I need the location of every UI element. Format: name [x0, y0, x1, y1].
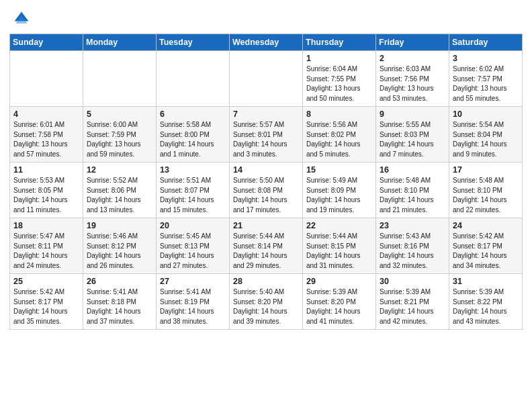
day-cell: 30Sunrise: 5:39 AM Sunset: 8:21 PM Dayli… [376, 274, 449, 330]
day-info: Sunrise: 5:57 AM Sunset: 8:01 PM Dayligh… [233, 120, 300, 159]
day-info: Sunrise: 5:42 AM Sunset: 8:17 PM Dayligh… [453, 232, 519, 271]
day-info: Sunrise: 5:48 AM Sunset: 8:10 PM Dayligh… [453, 176, 519, 215]
col-header-friday: Friday [376, 34, 449, 51]
day-number: 7 [233, 109, 300, 119]
day-cell [10, 51, 83, 107]
day-number: 11 [13, 165, 80, 175]
day-info: Sunrise: 5:39 AM Sunset: 8:22 PM Dayligh… [453, 287, 519, 326]
day-cell: 8Sunrise: 5:56 AM Sunset: 8:02 PM Daylig… [303, 107, 376, 163]
week-row-4: 18Sunrise: 5:47 AM Sunset: 8:11 PM Dayli… [10, 218, 523, 274]
day-info: Sunrise: 5:55 AM Sunset: 8:03 PM Dayligh… [380, 120, 446, 159]
day-number: 15 [306, 165, 373, 175]
day-cell: 4Sunrise: 6:01 AM Sunset: 7:58 PM Daylig… [10, 107, 83, 163]
day-cell: 10Sunrise: 5:54 AM Sunset: 8:04 PM Dayli… [449, 107, 523, 163]
day-number: 25 [13, 277, 80, 286]
day-cell: 11Sunrise: 5:53 AM Sunset: 8:05 PM Dayli… [10, 163, 83, 218]
day-info: Sunrise: 5:41 AM Sunset: 8:18 PM Dayligh… [87, 287, 153, 326]
day-number: 29 [306, 277, 373, 286]
day-info: Sunrise: 5:49 AM Sunset: 8:09 PM Dayligh… [306, 176, 373, 215]
day-cell: 12Sunrise: 5:52 AM Sunset: 8:06 PM Dayli… [83, 163, 157, 218]
day-number: 23 [380, 221, 446, 230]
day-info: Sunrise: 5:52 AM Sunset: 8:06 PM Dayligh… [87, 176, 153, 215]
day-cell: 25Sunrise: 5:42 AM Sunset: 8:17 PM Dayli… [10, 274, 83, 330]
day-number: 21 [233, 221, 300, 230]
col-header-monday: Monday [83, 34, 157, 51]
day-info: Sunrise: 5:50 AM Sunset: 8:08 PM Dayligh… [233, 176, 300, 215]
day-cell [230, 51, 303, 107]
day-number: 27 [160, 277, 226, 286]
day-number: 3 [453, 54, 519, 63]
day-cell: 20Sunrise: 5:45 AM Sunset: 8:13 PM Dayli… [157, 218, 230, 274]
calendar-table: SundayMondayTuesdayWednesdayThursdayFrid… [9, 34, 523, 330]
col-header-saturday: Saturday [449, 34, 523, 51]
day-info: Sunrise: 5:43 AM Sunset: 8:16 PM Dayligh… [380, 232, 446, 271]
day-cell: 17Sunrise: 5:48 AM Sunset: 8:10 PM Dayli… [449, 163, 523, 218]
week-row-2: 4Sunrise: 6:01 AM Sunset: 7:58 PM Daylig… [10, 107, 523, 163]
day-cell: 5Sunrise: 6:00 AM Sunset: 7:59 PM Daylig… [83, 107, 157, 163]
day-info: Sunrise: 5:42 AM Sunset: 8:17 PM Dayligh… [13, 287, 80, 326]
day-number: 18 [13, 221, 80, 230]
day-cell: 24Sunrise: 5:42 AM Sunset: 8:17 PM Dayli… [449, 218, 523, 274]
day-number: 19 [87, 221, 153, 230]
day-number: 14 [233, 165, 300, 175]
day-number: 22 [306, 221, 373, 230]
day-cell: 9Sunrise: 5:55 AM Sunset: 8:03 PM Daylig… [376, 107, 449, 163]
day-cell: 14Sunrise: 5:50 AM Sunset: 8:08 PM Dayli… [230, 163, 303, 218]
day-info: Sunrise: 6:04 AM Sunset: 7:55 PM Dayligh… [306, 64, 373, 103]
day-cell: 16Sunrise: 5:48 AM Sunset: 8:10 PM Dayli… [376, 163, 449, 218]
day-number: 8 [306, 109, 373, 119]
day-number: 5 [87, 109, 153, 119]
day-info: Sunrise: 6:00 AM Sunset: 7:59 PM Dayligh… [87, 120, 153, 159]
day-cell [83, 51, 157, 107]
week-row-5: 25Sunrise: 5:42 AM Sunset: 8:17 PM Dayli… [10, 274, 523, 330]
day-number: 10 [453, 109, 519, 119]
day-number: 16 [380, 165, 446, 175]
col-header-thursday: Thursday [303, 34, 376, 51]
day-cell: 1Sunrise: 6:04 AM Sunset: 7:55 PM Daylig… [303, 51, 376, 107]
day-number: 26 [87, 277, 153, 286]
day-info: Sunrise: 6:01 AM Sunset: 7:58 PM Dayligh… [13, 120, 80, 159]
day-number: 6 [160, 109, 226, 119]
logo [12, 9, 34, 28]
day-info: Sunrise: 5:47 AM Sunset: 8:11 PM Dayligh… [13, 232, 80, 271]
day-info: Sunrise: 5:41 AM Sunset: 8:19 PM Dayligh… [160, 287, 226, 326]
day-number: 20 [160, 221, 226, 230]
day-info: Sunrise: 5:45 AM Sunset: 8:13 PM Dayligh… [160, 232, 226, 271]
day-cell: 23Sunrise: 5:43 AM Sunset: 8:16 PM Dayli… [376, 218, 449, 274]
page: SundayMondayTuesdayWednesdayThursdayFrid… [0, 0, 532, 411]
col-header-wednesday: Wednesday [230, 34, 303, 51]
day-cell: 22Sunrise: 5:44 AM Sunset: 8:15 PM Dayli… [303, 218, 376, 274]
day-cell: 19Sunrise: 5:46 AM Sunset: 8:12 PM Dayli… [83, 218, 157, 274]
day-cell: 31Sunrise: 5:39 AM Sunset: 8:22 PM Dayli… [449, 274, 523, 330]
day-cell: 29Sunrise: 5:39 AM Sunset: 8:20 PM Dayli… [303, 274, 376, 330]
day-cell: 7Sunrise: 5:57 AM Sunset: 8:01 PM Daylig… [230, 107, 303, 163]
day-info: Sunrise: 5:51 AM Sunset: 8:07 PM Dayligh… [160, 176, 226, 215]
day-number: 13 [160, 165, 226, 175]
day-cell: 2Sunrise: 6:03 AM Sunset: 7:56 PM Daylig… [376, 51, 449, 107]
col-header-sunday: Sunday [10, 34, 83, 51]
day-info: Sunrise: 5:56 AM Sunset: 8:02 PM Dayligh… [306, 120, 373, 159]
day-cell [157, 51, 230, 107]
day-number: 9 [380, 109, 446, 119]
day-cell: 27Sunrise: 5:41 AM Sunset: 8:19 PM Dayli… [157, 274, 230, 330]
day-number: 24 [453, 221, 519, 230]
day-info: Sunrise: 5:39 AM Sunset: 8:20 PM Dayligh… [306, 287, 373, 326]
day-cell: 3Sunrise: 6:02 AM Sunset: 7:57 PM Daylig… [449, 51, 523, 107]
day-info: Sunrise: 5:44 AM Sunset: 8:14 PM Dayligh… [233, 232, 300, 271]
day-info: Sunrise: 5:54 AM Sunset: 8:04 PM Dayligh… [453, 120, 519, 159]
week-row-3: 11Sunrise: 5:53 AM Sunset: 8:05 PM Dayli… [10, 163, 523, 218]
day-info: Sunrise: 5:44 AM Sunset: 8:15 PM Dayligh… [306, 232, 373, 271]
logo-icon [12, 9, 31, 28]
day-info: Sunrise: 5:58 AM Sunset: 8:00 PM Dayligh… [160, 120, 226, 159]
day-cell: 26Sunrise: 5:41 AM Sunset: 8:18 PM Dayli… [83, 274, 157, 330]
col-header-tuesday: Tuesday [157, 34, 230, 51]
day-cell: 21Sunrise: 5:44 AM Sunset: 8:14 PM Dayli… [230, 218, 303, 274]
day-info: Sunrise: 5:46 AM Sunset: 8:12 PM Dayligh… [87, 232, 153, 271]
day-cell: 13Sunrise: 5:51 AM Sunset: 8:07 PM Dayli… [157, 163, 230, 218]
day-number: 1 [306, 54, 373, 63]
day-cell: 15Sunrise: 5:49 AM Sunset: 8:09 PM Dayli… [303, 163, 376, 218]
day-number: 30 [380, 277, 446, 286]
day-number: 31 [453, 277, 519, 286]
day-info: Sunrise: 5:40 AM Sunset: 8:20 PM Dayligh… [233, 287, 300, 326]
day-info: Sunrise: 5:48 AM Sunset: 8:10 PM Dayligh… [380, 176, 446, 215]
